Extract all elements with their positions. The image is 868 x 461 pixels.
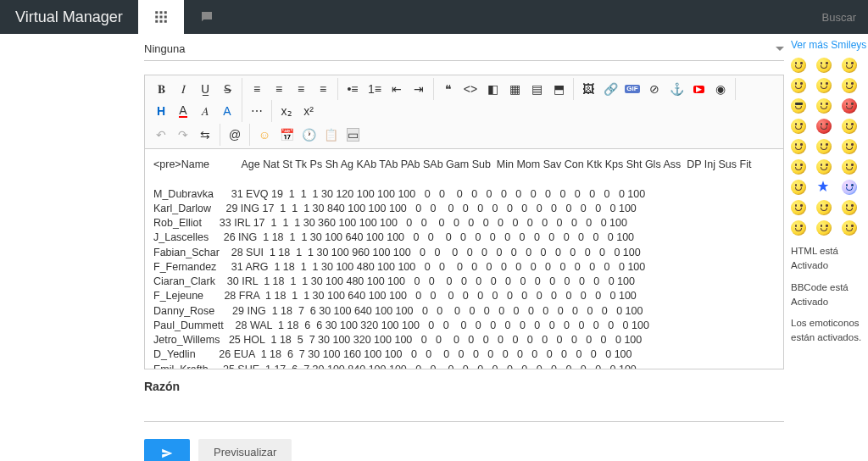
editor-textarea[interactable]: <pre>Name Age Nat St Tk Ps Sh Ag KAb TAb… [144,149,784,369]
smiley-cow[interactable] [791,220,806,236]
smiley-skull[interactable] [791,180,806,195]
smiley-twisted[interactable] [816,139,832,154]
reason-label: Razón [144,369,784,398]
at-button[interactable]: @ [225,125,245,145]
align-right-button[interactable]: ≡ [291,79,311,99]
info-html: HTML está Activado [791,244,868,274]
smiley-star[interactable] [816,180,832,195]
date-button[interactable]: 📅 [276,125,297,145]
reason-input[interactable] [144,398,784,422]
submit-button[interactable] [144,439,190,461]
editor-toolbar: 𝐁𝐼U̲S̶≡≡≡≡•≡1≡⇤⇥❝<>◧▦▤⬒🖼🔗GIF⊘⚓▶◉HA𝐴A⋯x₂x… [144,75,784,149]
search-label[interactable]: Buscar [822,0,868,34]
hidden-button[interactable]: ▦ [504,79,525,99]
smiley-surprised[interactable] [791,78,806,93]
brand: Virtual Manager [0,0,138,34]
redo-button: ↷ [173,125,193,145]
undo-button: ↶ [151,125,171,145]
code-button[interactable]: <> [460,79,481,99]
nav-chat-button[interactable] [184,0,230,34]
sidebar: Ver más Smileys HTML está Activado BBCod… [784,39,868,461]
smiley-mad[interactable] [842,98,857,114]
chevron-down-icon [776,47,784,51]
smiley-green3[interactable] [842,200,857,215]
italic-button[interactable]: 𝐼 [173,79,193,99]
source-button[interactable]: ▭ [342,125,363,145]
smiley-cool[interactable] [791,98,806,114]
paste-button: 📋 [320,125,341,145]
category-select[interactable]: Ninguna [144,39,784,61]
smiley-rolleyes[interactable] [842,139,857,154]
smiley-smile[interactable] [791,58,806,73]
fontsize-button[interactable]: 𝐴 [195,101,215,121]
switchmode-button[interactable]: ⇆ [195,125,215,145]
heading-button[interactable]: H [151,101,171,121]
nav-grid-button[interactable] [138,0,184,34]
youtube-button[interactable]: ▶ [688,79,709,99]
info-bbcode: BBCode está Activado [791,280,868,310]
smiley-face1[interactable] [816,220,832,236]
more-button[interactable]: ⋯ [247,101,267,121]
smiley-confused[interactable] [842,78,857,93]
dailymotion-button[interactable]: ◉ [710,79,731,99]
smiley-sad[interactable] [842,58,857,73]
smiley-lol[interactable] [816,98,832,114]
smiley-face2[interactable] [842,220,857,236]
smiley-question[interactable] [842,159,857,175]
table-button[interactable]: ▤ [526,79,547,99]
outdent-button[interactable]: ⇤ [387,79,407,99]
host-button[interactable]: ⬒ [548,79,569,99]
link-button[interactable]: 🔗 [600,79,620,99]
bold-button[interactable]: 𝐁 [151,79,171,99]
fontcolor-button[interactable]: A [173,101,193,121]
fontface-button[interactable]: A [217,101,237,121]
smiley-cry[interactable] [842,119,857,134]
list-ul-button[interactable]: •≡ [342,79,363,99]
strike-button[interactable]: S̶ [217,79,237,99]
smiley-green1[interactable] [791,200,806,215]
align-center-button[interactable]: ≡ [269,79,289,99]
topbar: Virtual Manager Buscar [0,0,868,34]
time-button[interactable]: 🕐 [298,125,319,145]
smiley-wink[interactable] [791,159,806,175]
smiley-shocked[interactable] [816,78,832,93]
smiley-biggrin[interactable] [816,58,832,73]
sup-button[interactable]: x² [298,101,319,121]
indent-button[interactable]: ⇥ [409,79,429,99]
unlink-button[interactable]: ⊘ [644,79,665,99]
smiley-green2[interactable] [816,200,832,215]
more-smileys-link[interactable]: Ver más Smileys [791,39,868,51]
smiley-exclaim[interactable] [816,159,832,175]
preview-button[interactable]: Previsualizar [198,439,292,461]
info-emoticons: Los emoticonos están activados. [791,316,868,346]
image-button[interactable]: 🖼 [578,79,598,99]
smiley-razz[interactable] [791,119,806,134]
align-left-button[interactable]: ≡ [247,79,267,99]
align-justify-button[interactable]: ≡ [313,79,333,99]
smiley-redface[interactable] [816,119,832,134]
smiley-bluelaugh[interactable] [842,180,857,195]
send-icon [159,447,175,459]
sub-button[interactable]: x₂ [276,101,297,121]
gif-button[interactable]: GIF [622,79,643,99]
underline-button[interactable]: U̲ [195,79,215,99]
category-select-value: Ninguna [144,42,185,55]
quote-button[interactable]: ❝ [438,79,459,99]
spoiler-button[interactable]: ◧ [482,79,503,99]
list-ol-button[interactable]: 1≡ [364,79,385,99]
emoji-button[interactable]: ☺ [254,125,275,145]
anchor-button[interactable]: ⚓ [666,79,687,99]
smiley-evil[interactable] [791,139,806,154]
